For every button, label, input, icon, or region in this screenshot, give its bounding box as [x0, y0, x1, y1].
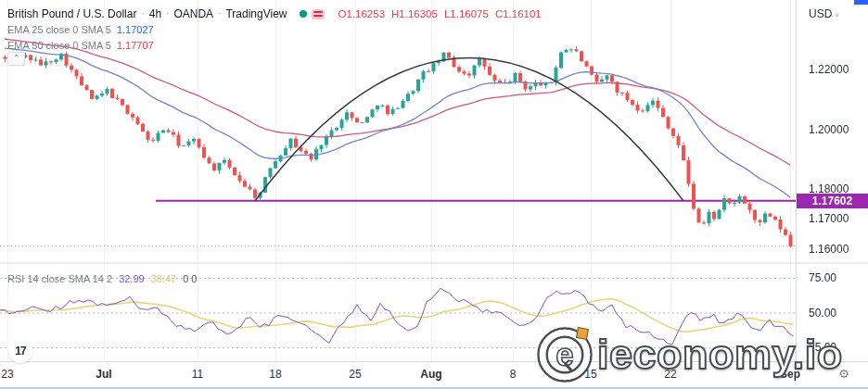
- rsi-tick-label: 75.00: [809, 271, 836, 284]
- support-price-badge: 1.17602: [797, 194, 868, 208]
- rsi-legend: RSI 14 close SMA 14 2 32.99 38.47 0 0: [7, 273, 197, 284]
- platform-label[interactable]: TradingView: [225, 6, 287, 22]
- separator: ·: [141, 6, 144, 22]
- logo-orange-square: [576, 327, 589, 340]
- price-tick-label: 1.20000: [809, 123, 849, 136]
- time-tick-label: 8: [510, 368, 517, 381]
- chevron-down-icon: ˅: [835, 11, 839, 19]
- time-tick-label: 11: [192, 368, 203, 381]
- price-tick-label: 1.16000: [809, 243, 849, 256]
- tradingview-chart: British Pound / U.S. Dollar · 4h · OANDA…: [0, 0, 868, 389]
- ema25-label[interactable]: EMA 25 close 0 SMA 5: [7, 22, 111, 38]
- close-value: C1.16101: [495, 6, 542, 22]
- price-chart-canvas[interactable]: [0, 0, 796, 361]
- svg-text:e: e: [555, 336, 573, 372]
- high-value: H1.16305: [391, 6, 438, 22]
- ema25-row: EMA 25 close 0 SMA 5 1.17027: [7, 22, 542, 38]
- collapse-caret-icon[interactable]: ⌃: [7, 52, 25, 66]
- time-tick-label: Jul: [96, 368, 111, 381]
- chart-legend: British Pound / U.S. Dollar · 4h · OANDA…: [7, 6, 542, 54]
- price-tick-label: 1.22000: [809, 63, 849, 76]
- time-tick-label: 23: [1, 368, 13, 381]
- rsi-extra-values: 0 0: [183, 273, 197, 284]
- open-value: O1.16253: [338, 6, 386, 22]
- currency-label[interactable]: USD˅: [809, 7, 839, 20]
- low-value: L1.16075: [444, 6, 489, 22]
- time-tick-label: 25: [349, 368, 361, 381]
- pane-divider[interactable]: [0, 262, 868, 264]
- equals-chip-icon[interactable]: [312, 9, 325, 19]
- rsi-tick-label: 50.00: [809, 307, 836, 320]
- rsi-value: 32.99: [119, 273, 145, 284]
- ema50-value: 1.17707: [117, 38, 154, 54]
- price-tick-label: 1.17000: [809, 212, 849, 225]
- price-axis[interactable]: USD˅ 1.220001.200001.180001.170001.16000…: [797, 0, 868, 361]
- separator: ·: [218, 6, 221, 22]
- exchange-label[interactable]: OANDA: [173, 6, 213, 22]
- rsi-sma-value: 38.47: [151, 273, 177, 284]
- symbol-header: British Pound / U.S. Dollar · 4h · OANDA…: [7, 6, 542, 22]
- ema25-value: 1.17027: [117, 22, 154, 38]
- watermark-text: ieconomy.io: [597, 331, 843, 379]
- symbol-title[interactable]: British Pound / U.S. Dollar: [7, 6, 136, 22]
- watermark: e ieconomy.io: [536, 326, 843, 383]
- rsi-label[interactable]: RSI 14 close SMA 14 2: [7, 273, 112, 284]
- separator: ·: [166, 6, 169, 22]
- currency-code: USD: [809, 7, 832, 20]
- ema50-row: EMA 50 close 0 SMA 5 1.17707: [7, 38, 542, 54]
- interval-label[interactable]: 4h: [149, 6, 161, 22]
- ohlc-values: O1.16253 H1.16305 L1.16075 C1.16101: [338, 6, 542, 22]
- market-status-icon: [300, 10, 307, 18]
- tradingview-logo[interactable]: 17: [8, 339, 32, 363]
- time-tick-label: Aug: [420, 368, 441, 381]
- time-tick-label: 18: [269, 368, 281, 381]
